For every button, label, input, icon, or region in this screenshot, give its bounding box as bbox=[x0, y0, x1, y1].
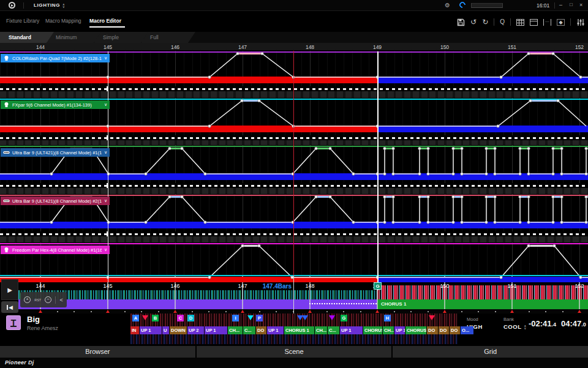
cue-point-badge[interactable]: H bbox=[384, 315, 391, 321]
envelope-point[interactable] bbox=[519, 195, 522, 198]
envelope-point[interactable] bbox=[585, 195, 588, 198]
undo-icon[interactable]: ↺ bbox=[470, 18, 477, 26]
envelope-point[interactable] bbox=[585, 173, 588, 176]
bank-spinner-icon[interactable]: ∧∨ bbox=[524, 325, 526, 329]
envelope-point[interactable] bbox=[527, 195, 530, 198]
deck-waveform-lower[interactable] bbox=[130, 334, 458, 344]
envelope-point[interactable] bbox=[552, 195, 555, 198]
envelope-point[interactable] bbox=[494, 147, 497, 150]
envelope-point[interactable] bbox=[50, 173, 53, 176]
envelope-point[interactable] bbox=[485, 147, 488, 150]
cue-point-triangle-icon[interactable] bbox=[247, 315, 254, 320]
phrase-segment[interactable]: UP 1 bbox=[340, 326, 363, 334]
envelope-point[interactable] bbox=[494, 173, 497, 176]
maximize-button[interactable]: □ bbox=[570, 2, 573, 7]
cue-point-badge[interactable]: I bbox=[232, 315, 239, 321]
mode-title[interactable]: LIGHTING∧∨ bbox=[34, 2, 65, 8]
envelope-point[interactable] bbox=[208, 125, 211, 128]
mode-switch-icon[interactable]: ∧∨ bbox=[62, 3, 65, 8]
cue-point-badge[interactable]: G bbox=[341, 315, 347, 321]
phrase-segment[interactable]: UP 2 bbox=[187, 326, 204, 334]
phrase-segment[interactable]: O... bbox=[461, 326, 473, 334]
envelope-point[interactable] bbox=[519, 173, 522, 176]
envelope-point[interactable] bbox=[519, 147, 522, 150]
chevron-down-icon[interactable]: ∨ bbox=[104, 102, 107, 107]
phrase-segment[interactable]: IN bbox=[130, 326, 139, 334]
close-button[interactable]: × bbox=[579, 2, 582, 8]
envelope-point[interactable] bbox=[392, 221, 395, 224]
envelope-point[interactable] bbox=[527, 244, 530, 247]
envelope-point[interactable] bbox=[392, 173, 395, 176]
envelope-point[interactable] bbox=[383, 147, 386, 150]
envelope-point[interactable] bbox=[181, 195, 184, 198]
phrase-segment[interactable]: C... bbox=[243, 326, 255, 334]
phrase-segment[interactable]: UP 1 bbox=[267, 326, 284, 334]
cue-point-badge[interactable]: D bbox=[187, 315, 194, 321]
envelope-point[interactable] bbox=[560, 173, 564, 176]
cue-point-triangle-icon[interactable] bbox=[142, 315, 148, 320]
envelope-point[interactable] bbox=[560, 195, 564, 198]
envelope-point[interactable] bbox=[452, 147, 455, 150]
envelope-point[interactable] bbox=[427, 147, 430, 150]
envelope-point[interactable] bbox=[560, 147, 564, 150]
envelope-point[interactable] bbox=[461, 195, 464, 198]
envelope-point[interactable] bbox=[392, 195, 395, 198]
envelope-point[interactable] bbox=[315, 195, 318, 198]
chevron-down-icon[interactable]: ∨ bbox=[104, 247, 107, 252]
envelope-point[interactable] bbox=[204, 173, 207, 176]
keyframe-icon[interactable]: ◆ bbox=[557, 19, 565, 26]
phrase-segment[interactable]: CH... bbox=[228, 326, 243, 334]
envelope-point[interactable] bbox=[461, 173, 464, 176]
redo-icon[interactable]: ↻ bbox=[482, 18, 488, 26]
envelope-point[interactable] bbox=[352, 221, 355, 224]
phrase-segment[interactable]: U bbox=[162, 326, 169, 334]
envelope-point[interactable] bbox=[383, 221, 386, 224]
envelope-point[interactable] bbox=[552, 52, 555, 55]
envelope-point[interactable] bbox=[494, 195, 497, 198]
envelope-point[interactable] bbox=[392, 147, 395, 150]
subtab-full[interactable]: Full bbox=[141, 32, 195, 43]
browser-button[interactable]: Browser bbox=[0, 346, 195, 358]
grid-view-icon[interactable] bbox=[516, 19, 524, 26]
envelope-point[interactable] bbox=[418, 147, 421, 150]
envelope-point[interactable] bbox=[208, 276, 211, 279]
envelope-point[interactable] bbox=[236, 52, 239, 55]
envelope-point[interactable] bbox=[560, 221, 564, 224]
envelope-point[interactable] bbox=[485, 195, 488, 198]
cue-point-triangle-icon[interactable] bbox=[302, 315, 308, 320]
envelope-point[interactable] bbox=[452, 221, 455, 224]
envelope-point[interactable] bbox=[383, 173, 386, 176]
envelope-point[interactable] bbox=[553, 244, 556, 247]
envelope-point[interactable] bbox=[181, 147, 184, 150]
envelope-point[interactable] bbox=[329, 147, 332, 150]
envelope-point[interactable] bbox=[418, 195, 421, 198]
cue-marker-line[interactable] bbox=[377, 51, 379, 290]
envelope-point[interactable] bbox=[527, 221, 530, 224]
subtab-simple[interactable]: Simple bbox=[94, 32, 148, 43]
envelope-point[interactable] bbox=[418, 173, 421, 176]
collapse-panel-button[interactable]: < bbox=[60, 297, 63, 303]
envelope-point[interactable] bbox=[500, 276, 503, 279]
track-dashed-row[interactable] bbox=[0, 183, 588, 188]
envelope-point[interactable] bbox=[500, 76, 503, 79]
phrase-segment[interactable]: DO bbox=[256, 326, 266, 334]
envelope-point[interactable] bbox=[552, 147, 555, 150]
envelope-point[interactable] bbox=[352, 173, 355, 176]
quantize-button[interactable]: Q bbox=[500, 18, 505, 26]
envelope-point[interactable] bbox=[258, 99, 261, 102]
bank-value[interactable]: COOL∧∨ bbox=[503, 323, 527, 330]
panel-view-icon[interactable] bbox=[530, 19, 538, 26]
phrase-segment[interactable]: CHORUS 1 bbox=[405, 326, 426, 334]
envelope-point[interactable] bbox=[527, 147, 530, 150]
envelope-point[interactable] bbox=[241, 99, 244, 102]
overview-phrase-strip-left[interactable] bbox=[18, 299, 377, 309]
track-dashed-row[interactable] bbox=[0, 86, 588, 91]
envelope-point[interactable] bbox=[145, 173, 148, 176]
envelope-point[interactable] bbox=[329, 195, 332, 198]
envelope-point[interactable] bbox=[485, 221, 488, 224]
cue-point-triangle-icon[interactable] bbox=[429, 315, 435, 320]
cue-point-badge[interactable]: P bbox=[256, 315, 263, 321]
envelope-point[interactable] bbox=[145, 221, 148, 224]
chevron-down-icon[interactable]: ∨ bbox=[104, 56, 107, 61]
phrase-segment[interactable]: C... bbox=[328, 326, 339, 334]
